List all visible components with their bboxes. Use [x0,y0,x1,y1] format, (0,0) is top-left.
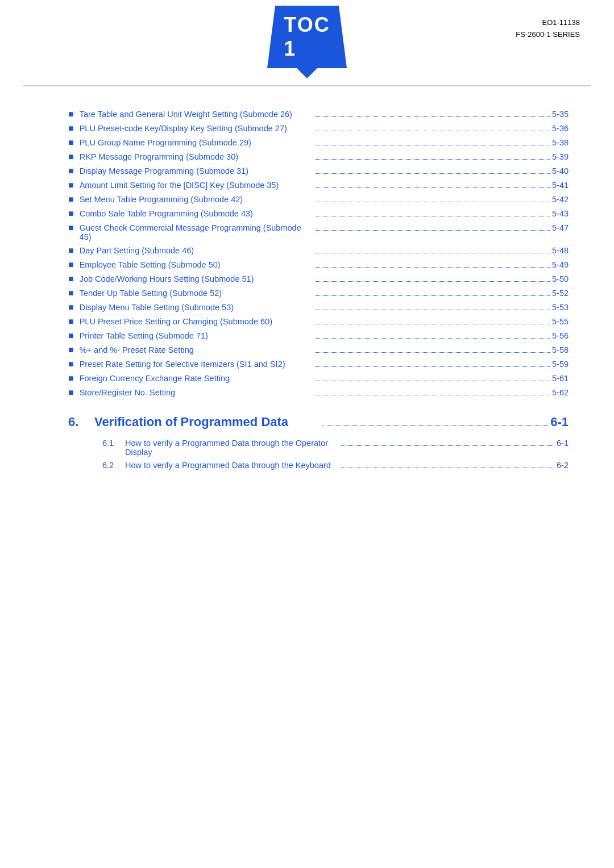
toc-item-page: 5-49 [552,260,569,269]
toc-item-page: 5-36 [552,124,569,133]
bullet-icon: ■ [68,137,74,148]
toc-item-text: Display Message Programming (Submode 31) [80,166,314,176]
toc-item-page: 5-53 [552,303,569,312]
toc-item-dots [316,395,550,395]
subsection-page: 6-1 [557,439,569,448]
toc-item-dots [316,352,550,353]
page-header: TOC 1 EO1-11138 FS-2600-1 SERIES [0,0,614,85]
toc-list-item: ■ %+ and %- Preset Rate Setting 5-58 [68,345,569,355]
toc-item-text: PLU Group Name Programming (Submode 29) [80,138,314,147]
bullet-icon: ■ [68,373,74,383]
subsection-text: How to verify a Programmed Data through … [125,461,339,470]
toc-item-dots [316,116,550,117]
bullet-icon: ■ [68,166,74,176]
subsection-dots [341,445,555,446]
section6-dots [322,425,548,426]
toc-item-dots [316,338,550,339]
toc-item-dots [316,295,550,296]
toc-item-page: 5-61 [552,374,569,383]
bullet-icon: ■ [68,359,74,369]
section6-title: Verification of Programmed Data [94,415,320,429]
subsection-dots [341,468,555,468]
toc-item-page: 5-40 [552,166,569,176]
toc-item-text: PLU Preset-code Key/Display Key Setting … [80,124,314,133]
toc-item-text: Employee Table Setting (Submode 50) [80,260,314,269]
toc-list-item: ■ PLU Preset Price Setting or Changing (… [68,316,569,327]
doc-info: EO1-11138 FS-2600-1 SERIES [516,17,580,41]
doc-line2: FS-2600-1 SERIES [516,29,580,41]
toc-item-page: 5-62 [552,388,569,397]
toc-item-dots [316,281,550,282]
toc-arrow-icon [296,67,318,78]
toc-item-page: 5-39 [552,152,569,161]
toc-item-text: Set Menu Table Programming (Submode 42) [80,195,314,204]
section6-subsections: 6.1 How to verify a Programmed Data thro… [68,439,569,470]
toc-item-text: RKP Message Programming (Submode 30) [80,152,314,161]
bullet-icon: ■ [68,302,74,312]
toc-list-item: ■ Foreign Currency Exchange Rate Setting… [68,373,569,383]
bullet-icon: ■ [68,109,74,119]
toc-list-item: ■ RKP Message Programming (Submode 30) 5… [68,152,569,162]
bullet-icon: ■ [68,345,74,355]
toc-list-item: ■ Display Message Programming (Submode 3… [68,166,569,176]
toc-item-page: 5-35 [552,110,569,119]
toc-item-text: Guest Check Commercial Message Programmi… [80,223,314,241]
bullet-icon: ■ [68,223,74,233]
toc-item-text: Store/Register No. Setting [80,388,314,397]
toc-badge: TOC 1 [267,6,347,68]
toc-item-text: %+ and %- Preset Rate Setting [80,345,314,354]
toc-item-text: Amount Limit Setting for the [DISC] Key … [80,181,314,190]
toc-list-item: ■ Set Menu Table Programming (Submode 42… [68,194,569,205]
toc-item-text: Display Menu Table Setting (Submode 53) [80,303,314,312]
bullet-icon: ■ [68,274,74,284]
toc-item-dots [316,230,550,231]
toc-content: ■ Tare Table and General Unit Weight Set… [0,86,614,496]
toc-item-text: PLU Preset Price Setting or Changing (Su… [80,317,314,326]
bullet-icon: ■ [68,180,74,190]
toc-list-item: ■ Printer Table Setting (Submode 71) 5-5… [68,331,569,341]
subsection-text: How to verify a Programmed Data through … [125,439,339,457]
toc-item-dots [316,159,550,160]
toc-item-dots [316,187,550,188]
toc-item-text: Preset Rate Setting for Selective Itemiz… [80,360,314,369]
toc-item-text: Tender Up Table Setting (Submode 52) [80,289,314,298]
toc-item-text: Foreign Currency Exchange Rate Setting [80,374,314,383]
toc-item-text: Tare Table and General Unit Weight Setti… [80,110,314,119]
bullet-icon: ■ [68,208,74,219]
toc-item-text: Day Part Setting (Submode 46) [80,246,314,255]
subsection-item: 6.1 How to verify a Programmed Data thro… [102,439,569,457]
toc-item-page: 5-50 [552,274,569,283]
toc-list-item: ■ Day Part Setting (Submode 46) 5-48 [68,245,569,256]
subsection-number: 6.1 [102,439,125,448]
toc-item-page: 5-56 [552,331,569,340]
toc-item-page: 5-52 [552,289,569,298]
bullet-icon: ■ [68,316,74,327]
toc-label: TOC 1 [284,13,330,61]
bullet-icon: ■ [68,260,74,270]
toc-item-dots [316,381,550,381]
bullet-icon: ■ [68,331,74,341]
toc-list-item: ■ Tender Up Table Setting (Submode 52) 5… [68,288,569,298]
toc-item-page: 5-48 [552,246,569,255]
toc-item-page: 5-41 [552,181,569,190]
subsection-item: 6.2 How to verify a Programmed Data thro… [102,461,569,470]
toc-item-text: Printer Table Setting (Submode 71) [80,331,314,340]
toc-list-item: ■ Amount Limit Setting for the [DISC] Ke… [68,180,569,190]
toc-item-dots [316,366,550,367]
toc-item-page: 5-55 [552,317,569,326]
toc-item-dots [316,145,550,145]
subsection-number: 6.2 [102,461,125,470]
toc-list-item: ■ Combo Sale Table Programming (Submode … [68,208,569,219]
toc-item-dots [316,267,550,268]
toc-list-item: ■ Display Menu Table Setting (Submode 53… [68,302,569,312]
toc-item-page: 5-47 [552,223,569,232]
toc-item-dots [316,131,550,131]
toc-item-dots [316,202,550,202]
toc-item-dots [316,310,550,310]
toc-item-dots [316,173,550,174]
bullet-icon: ■ [68,387,74,398]
toc-items-list: ■ Tare Table and General Unit Weight Set… [68,109,569,398]
toc-list-item: ■ Tare Table and General Unit Weight Set… [68,109,569,119]
toc-list-item: ■ Store/Register No. Setting 5-62 [68,387,569,398]
toc-item-dots [316,216,550,216]
